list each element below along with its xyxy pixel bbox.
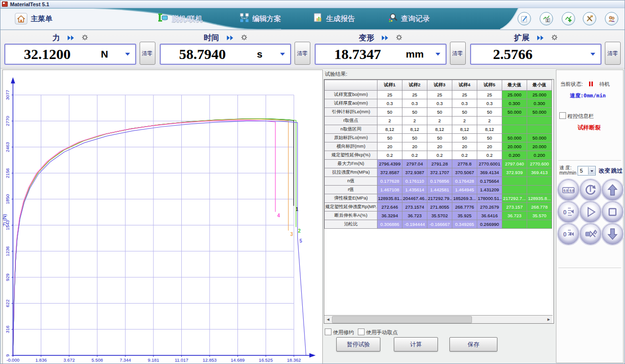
min-cell: 50.000: [527, 108, 552, 117]
column-header[interactable]: [325, 80, 377, 91]
gear-icon[interactable]: [396, 34, 402, 42]
speed-select-dropdown-icon[interactable]: [588, 167, 595, 175]
speed-select[interactable]: 5: [578, 166, 596, 176]
tools-locked-icon[interactable]: [583, 12, 596, 25]
table-row: 抗拉强度Rm(MPa)372.8587372.9387372.1707370.5…: [325, 168, 552, 177]
current-state-row: 当前状态: 待机: [560, 81, 610, 88]
program-info-label: 程控信息栏: [567, 113, 594, 119]
force-value: 32.1200: [9, 47, 85, 61]
time-unit-dropdown[interactable]: [279, 51, 286, 58]
svg-text:1850: 1850: [5, 194, 10, 204]
change-speed-button[interactable]: 改变: [599, 167, 610, 175]
max-cell: [502, 186, 527, 194]
deformation-clear-button[interactable]: 清零: [450, 42, 466, 65]
min-cell: [527, 220, 552, 229]
value-cell: 0.266990: [477, 220, 502, 229]
column-header[interactable]: 最小值: [527, 80, 552, 91]
value-cell: 1.435614: [402, 186, 427, 194]
counter-reset-button[interactable]: 0.00.0: [558, 179, 579, 200]
value-cell: 50: [452, 108, 477, 117]
column-header[interactable]: 试样2: [402, 80, 427, 91]
max-cell: 0.200: [502, 151, 527, 160]
value-cell: 2: [402, 117, 427, 125]
jog-down-button[interactable]: [602, 223, 623, 245]
column-header[interactable]: 试样3: [427, 80, 452, 91]
min-cell: [527, 186, 552, 194]
max-cell: 273.157: [502, 203, 527, 211]
column-header[interactable]: 最大值: [502, 80, 527, 91]
value-cell: 0.2: [477, 151, 502, 160]
curve-specimen-5: [13, 121, 306, 356]
break-clamp-button[interactable]: [580, 223, 601, 245]
time-clear-button[interactable]: 清零: [295, 42, 310, 65]
menu-online-offline[interactable]: 脱机/联机: [158, 8, 202, 29]
edit-pencil-icon[interactable]: [518, 12, 531, 25]
value-cell: 50: [477, 134, 502, 142]
stop-button[interactable]: [602, 201, 623, 223]
value-cell: 273.1574: [402, 203, 427, 211]
menu-main[interactable]: 主菜单: [15, 8, 52, 29]
gear-icon[interactable]: [552, 34, 557, 42]
column-header[interactable]: 试样4: [452, 80, 477, 91]
value-cell: 50: [402, 108, 427, 117]
meter-deformation: 变形 18.7347 mm 清零: [315, 33, 466, 65]
fast-forward-icon[interactable]: [68, 34, 74, 42]
row-label: 抗拉强度Rm(MPa): [325, 168, 377, 177]
menu-query-records[interactable]: 查询记录: [388, 8, 430, 29]
max-cell: [502, 220, 527, 229]
force-unit-dropdown[interactable]: [124, 51, 131, 58]
statistics-sigma-icon[interactable]: Σ: [540, 12, 553, 25]
skip-button[interactable]: 跳过: [611, 167, 623, 175]
row-label: 断后伸长率A(%): [325, 211, 377, 220]
program-info-checkbox[interactable]: 程控信息栏: [559, 112, 594, 120]
gear-icon[interactable]: [82, 34, 88, 42]
max-cell: [502, 177, 527, 186]
force-clear-button[interactable]: 清零: [140, 42, 155, 65]
value-cell: 2: [377, 117, 402, 125]
value-cell: 36.723: [402, 211, 427, 220]
cycle-return-button[interactable]: [580, 179, 601, 200]
menu-edit-scheme[interactable]: 编辑方案: [239, 8, 281, 29]
app-logo-icon: [2, 1, 8, 7]
deformation-unit-dropdown[interactable]: [434, 51, 442, 58]
scrollbar-thumb[interactable]: [332, 316, 472, 323]
min-cell: 268.778: [527, 203, 552, 211]
svg-text:9.181: 9.181: [148, 357, 159, 363]
jog-up-button[interactable]: [602, 179, 623, 200]
start-play-button[interactable]: [580, 201, 601, 223]
users-icon[interactable]: [605, 12, 618, 25]
y-axis-title: 力 (N): [3, 214, 7, 227]
menu-generate-report[interactable]: 生成报告: [313, 8, 355, 29]
value-cell: 0.2: [402, 151, 427, 160]
svg-text:0: 0: [563, 209, 566, 216]
fast-forward-icon[interactable]: [382, 34, 389, 42]
deformation-display: 18.7347 mm: [315, 44, 447, 65]
calculate-button[interactable]: 计算: [394, 337, 438, 352]
svg-text:0: 0: [563, 231, 566, 238]
scroll-left-icon[interactable]: ◄: [324, 316, 332, 323]
table-row: 试样厚度ao(mm)0.30.30.30.30.30.3000.300: [325, 99, 552, 108]
zero-position-button[interactable]: 0: [558, 201, 579, 223]
value-cell: 372.8587: [377, 168, 402, 177]
svg-text:-0.000: -0.000: [7, 357, 20, 363]
column-header[interactable]: 试样5: [477, 80, 502, 91]
horizontal-scrollbar[interactable]: ◄ ►: [324, 315, 553, 323]
use-rounding-checkbox[interactable]: 使用修约: [325, 329, 354, 336]
column-header[interactable]: 试样1: [377, 80, 402, 91]
scroll-right-icon[interactable]: ►: [545, 316, 553, 323]
menu-query-records-label: 查询记录: [401, 14, 430, 23]
pause-test-button[interactable]: 暂停试验: [336, 337, 380, 352]
add-data-icon[interactable]: [562, 12, 575, 25]
menu-main-label: 主菜单: [31, 14, 52, 23]
use-manual-point-checkbox[interactable]: 使用手动取点: [358, 329, 398, 336]
return-zero-fast-button[interactable]: 0: [558, 223, 579, 245]
row-label: 规定塑性延伸εp(%): [325, 151, 377, 160]
fast-forward-icon[interactable]: [227, 34, 234, 42]
value-cell: 372.1707: [427, 168, 452, 177]
extension-clear-button[interactable]: 清零: [605, 42, 621, 65]
save-button[interactable]: 保存: [449, 337, 497, 352]
gear-icon[interactable]: [241, 34, 247, 42]
fast-forward-icon[interactable]: [537, 34, 544, 42]
value-cell: 8,12: [377, 125, 402, 134]
extension-unit-dropdown[interactable]: [589, 51, 597, 58]
